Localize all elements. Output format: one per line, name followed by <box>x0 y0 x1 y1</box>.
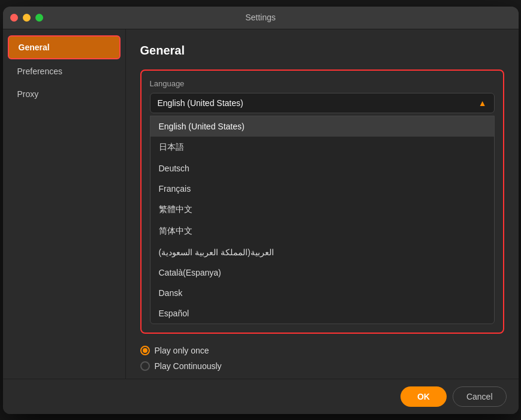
cancel-button[interactable]: Cancel <box>453 386 507 407</box>
close-button[interactable] <box>10 14 18 22</box>
language-option-es[interactable]: Español <box>150 303 494 324</box>
window-title: Settings <box>245 13 276 22</box>
language-option-ca[interactable]: Català(Espanya) <box>150 262 494 283</box>
language-option-zh-tw[interactable]: 繁體中文 <box>150 199 494 220</box>
sidebar-item-preferences[interactable]: Preferences <box>8 61 121 82</box>
radio-circle-continuous <box>140 361 150 371</box>
language-option-fr[interactable]: Français <box>150 179 494 199</box>
traffic-lights <box>10 14 43 22</box>
language-dropdown[interactable]: English (United States) ▲ <box>150 93 495 113</box>
language-option-zh-cn[interactable]: 简体中文 <box>150 220 494 242</box>
playback-section: Play only oncePlay Continuously <box>140 346 504 371</box>
sidebar-item-general[interactable]: General <box>8 35 121 59</box>
language-option-da[interactable]: Dansk <box>150 283 494 303</box>
radio-circle-once <box>140 346 150 355</box>
sidebar: General Preferences Proxy <box>3 29 126 379</box>
settings-window: Settings General Preferences Proxy Gener… <box>3 7 519 414</box>
language-dropdown-list: English (United States)日本語DeutschFrançai… <box>150 116 495 324</box>
maximize-button[interactable] <box>35 14 43 22</box>
radio-label-continuous: Play Continuously <box>155 361 222 371</box>
language-option-en-us[interactable]: English (United States) <box>150 116 494 137</box>
playback-option-once[interactable]: Play only once <box>140 346 504 355</box>
ok-button[interactable]: OK <box>400 386 447 407</box>
dropdown-arrow-icon: ▲ <box>478 98 487 108</box>
content-area: General Preferences Proxy General Langua… <box>3 29 519 379</box>
titlebar: Settings <box>3 7 519 29</box>
language-option-de[interactable]: Deutsch <box>150 158 494 179</box>
playback-option-continuous[interactable]: Play Continuously <box>140 361 504 371</box>
radio-label-once: Play only once <box>155 346 209 355</box>
language-section: Language English (United States) ▲ Engli… <box>140 70 504 334</box>
page-title: General <box>140 44 504 58</box>
language-label: Language <box>150 79 495 88</box>
minimize-button[interactable] <box>23 14 31 22</box>
language-option-ar[interactable]: العربية(المملكة العربية السعودية) <box>150 242 494 262</box>
bottom-bar: OK Cancel <box>3 379 519 414</box>
sidebar-item-proxy[interactable]: Proxy <box>8 83 121 105</box>
language-selected-value: English (United States) <box>158 98 243 108</box>
main-panel: General Language English (United States)… <box>126 29 519 379</box>
language-option-ja[interactable]: 日本語 <box>150 137 494 158</box>
playback-radio-group: Play only oncePlay Continuously <box>140 346 504 371</box>
